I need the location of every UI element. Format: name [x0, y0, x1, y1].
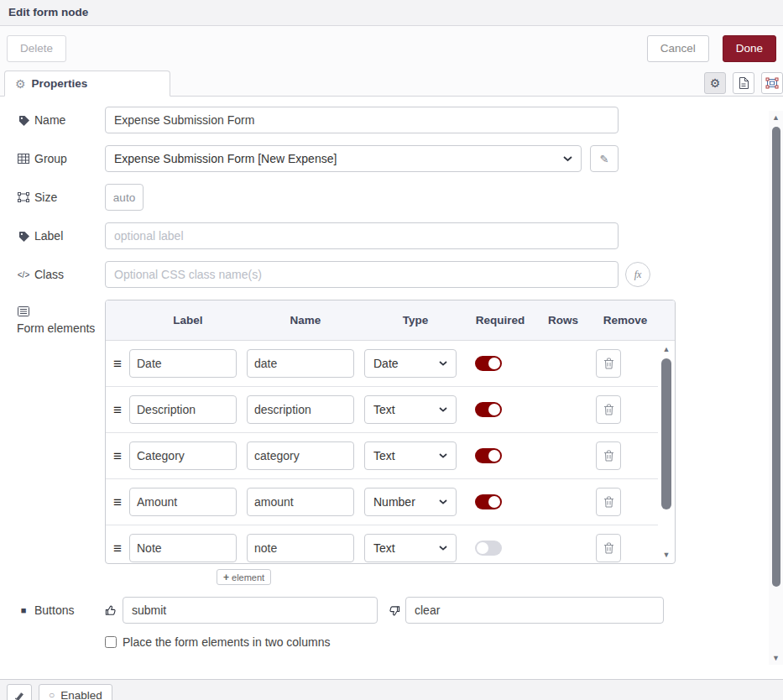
submit-button-label-input[interactable] — [123, 597, 378, 624]
name-label: Name — [17, 112, 105, 128]
class-input[interactable] — [105, 261, 619, 288]
properties-panel: Name Group Expense Submission Form [New … — [0, 107, 783, 679]
enabled-toggle-button[interactable]: ○ Enabled — [39, 684, 112, 700]
element-type-value: Date — [373, 357, 439, 370]
trash-icon — [603, 358, 614, 369]
drag-handle-icon[interactable]: ≡ — [106, 357, 129, 371]
element-label-input[interactable] — [129, 488, 237, 516]
size-button[interactable]: auto — [105, 184, 144, 211]
scroll-down-icon[interactable]: ▼ — [772, 654, 780, 662]
cancel-button[interactable]: Cancel — [647, 35, 709, 62]
delete-element-button[interactable] — [596, 534, 621, 562]
layout-view-button[interactable] — [761, 72, 783, 94]
delete-element-button[interactable] — [596, 395, 621, 424]
element-type-select[interactable]: Text — [364, 395, 457, 424]
gear-icon: ⚙ — [15, 77, 26, 91]
name-input[interactable] — [105, 107, 619, 133]
chevron-down-icon — [563, 156, 572, 162]
element-label-input[interactable] — [129, 349, 237, 378]
tag-icon — [17, 231, 30, 242]
element-type-value: Text — [373, 541, 439, 555]
required-toggle[interactable] — [475, 448, 502, 463]
element-type-select[interactable]: Number — [364, 488, 457, 516]
description-view-button[interactable] — [733, 72, 754, 94]
fx-icon: fx — [634, 269, 642, 281]
element-label-input[interactable] — [129, 534, 237, 562]
scroll-up-icon[interactable]: ▲ — [772, 113, 780, 122]
buttons-row: ■ Buttons — [0, 597, 783, 624]
element-label-input[interactable] — [129, 441, 237, 470]
chevron-down-icon — [439, 499, 447, 504]
delete-element-button[interactable] — [596, 441, 621, 470]
element-type-select[interactable]: Date — [364, 349, 457, 378]
two-columns-option[interactable]: Place the form elements in two columns — [105, 635, 783, 649]
element-name-input[interactable] — [247, 534, 354, 562]
element-type-value: Number — [373, 495, 439, 509]
book-icon — [13, 690, 25, 700]
elements-scrollbar[interactable]: ▲ ▼ — [659, 342, 674, 562]
delete-button[interactable]: Delete — [7, 35, 66, 62]
element-label-input[interactable] — [129, 395, 237, 424]
docs-button[interactable] — [7, 684, 32, 700]
element-type-select[interactable]: Text — [364, 441, 457, 470]
drag-handle-icon[interactable]: ≡ — [106, 541, 129, 556]
delete-element-button[interactable] — [596, 349, 621, 378]
drag-handle-icon[interactable]: ≡ — [106, 495, 129, 509]
element-type-select[interactable]: Text — [364, 534, 457, 562]
delete-element-button[interactable] — [596, 488, 621, 516]
tab-properties-label: Properties — [32, 77, 88, 90]
group-select-value: Expense Submission Form [New Expense] — [114, 152, 563, 165]
drag-handle-icon[interactable]: ≡ — [106, 403, 129, 417]
drag-handle-icon[interactable]: ≡ — [106, 449, 129, 463]
form-elements-table: Label Name Type Required Rows Remove ≡ D… — [105, 300, 676, 564]
object-group-icon — [17, 192, 30, 202]
form-elements-rows: ≡ Date ≡ Text — [106, 341, 658, 563]
form-elements-header: Label Name Type Required Rows Remove — [106, 300, 675, 341]
dialog-footer: ○ Enabled — [0, 679, 783, 700]
col-remove: Remove — [592, 314, 658, 326]
done-button[interactable]: Done — [723, 35, 776, 62]
form-elements-label: Form elements — [17, 306, 105, 337]
element-name-input[interactable] — [247, 349, 354, 378]
panel-scrollbar-thumb[interactable] — [772, 127, 780, 587]
element-name-input[interactable] — [247, 395, 354, 424]
form-element-row: ≡ Text — [106, 525, 658, 563]
two-columns-checkbox[interactable] — [105, 636, 117, 648]
trash-icon — [603, 542, 614, 554]
elements-scrollbar-thumb[interactable] — [661, 358, 671, 509]
size-label: Size — [17, 190, 105, 206]
expression-button[interactable]: fx — [625, 262, 650, 287]
panel-scrollbar[interactable]: ▲ ▼ — [769, 111, 783, 665]
col-type: Type — [364, 314, 467, 326]
tab-properties[interactable]: ⚙ Properties — [4, 71, 170, 97]
element-name-input[interactable] — [247, 488, 354, 516]
element-name-input[interactable] — [247, 441, 354, 470]
form-element-row: ≡ Text — [106, 433, 658, 479]
required-toggle[interactable] — [475, 356, 502, 371]
class-row: </> Class fx — [0, 261, 783, 288]
properties-view-button[interactable]: ⚙ — [704, 72, 726, 94]
label-input[interactable] — [105, 222, 619, 249]
document-icon — [739, 77, 749, 89]
form-elements-viewport: ≡ Date ≡ Text — [106, 341, 675, 563]
chevron-down-icon — [439, 546, 447, 551]
required-toggle[interactable] — [475, 402, 502, 417]
label-label: Label — [17, 228, 105, 244]
enabled-label: Enabled — [60, 689, 102, 700]
form-element-row: ≡ Text — [106, 387, 658, 433]
chevron-down-icon — [439, 361, 447, 366]
required-toggle[interactable] — [475, 494, 502, 509]
col-required: Required — [467, 314, 534, 326]
add-element-button[interactable]: + element — [217, 569, 271, 585]
list-icon — [17, 306, 30, 316]
group-select[interactable]: Expense Submission Form [New Expense] — [105, 145, 582, 172]
dialog-button-row: Delete Cancel Done — [0, 26, 783, 71]
scroll-down-icon[interactable]: ▼ — [663, 551, 671, 559]
edit-group-button[interactable]: ✎ — [590, 145, 619, 172]
size-row: Size auto — [0, 184, 783, 211]
thumbs-down-icon — [388, 604, 400, 617]
clear-button-label-input[interactable] — [405, 597, 664, 624]
col-name: Name — [247, 314, 364, 326]
scroll-up-icon[interactable]: ▲ — [663, 345, 671, 353]
required-toggle[interactable] — [475, 541, 502, 556]
